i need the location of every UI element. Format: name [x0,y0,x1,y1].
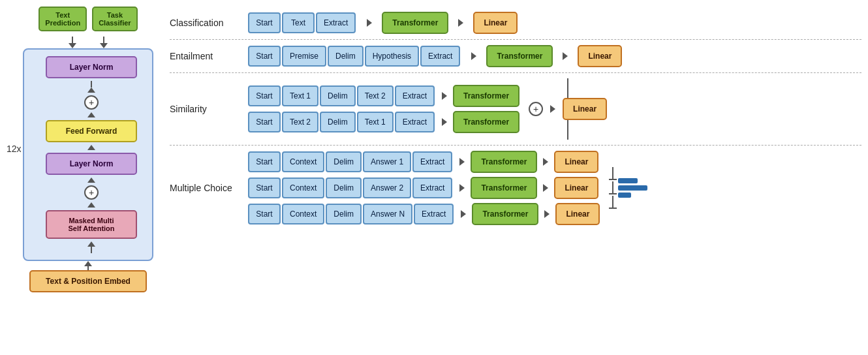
mc3-linear: Linear [555,203,600,225]
layer-norm-bottom: Layer Norm [46,153,137,175]
bottom-arrow-area [84,261,92,270]
transformer-block: Layer Norm + Feed Forward [23,48,153,261]
classification-label: Classification [170,18,241,28]
ent-start: Start [248,46,281,67]
mc1-answer1: Answer 1 [363,151,411,172]
ent-delim: Delim [328,46,364,67]
mc1-arrow [459,158,465,166]
vline3 [87,178,95,183]
entailment-section: Entailment Start Premise Delim Hypothesi… [170,40,861,73]
sim-combine: + Linear [529,78,607,140]
sim1-transformer: Transformer [453,85,519,107]
main-container: 12x TextPrediction TaskClassifier [0,0,868,355]
plus-row-top: + [37,95,146,110]
embed-box: Text & Position Embed [29,270,147,292]
layer-norm-top: Layer Norm [46,56,137,78]
mc-row: Multiple Choice Start Context Delim Answ… [170,151,861,225]
vline2 [87,145,95,150]
cls-arrow1 [367,19,372,27]
bar3 [618,193,631,198]
mc2-delim: Delim [326,178,362,198]
sim1-extract: Extract [395,85,435,106]
sim-row1: Start Text 1 Delim Text 2 Extract Transf… [248,85,519,107]
plus-circle-bottom: + [84,185,99,200]
ent-hypothesis: Hypothesis [365,46,419,67]
similarity-label: Similarity [170,104,241,114]
mc3-transformer: Transformer [472,203,538,225]
cls-arrow2 [458,19,463,27]
sim1-inputs: Start Text 1 Delim Text 2 Extract [248,85,436,106]
sim2-transformer: Transformer [453,111,519,133]
task-classifier-box: TaskClassifier [92,7,138,31]
mc3-context: Context [282,204,324,224]
sim2-inputs: Start Text 2 Delim Text 1 Extract [248,112,436,132]
mc1-inputs: Start Context Delim Answer 1 Extract [248,151,454,172]
mc2-inputs: Start Context Delim Answer 2 Extract [248,178,454,198]
similarity-section: Similarity Start Text 1 Delim Text 2 Ext… [170,73,861,146]
mc3-answern: Answer N [363,204,412,224]
mc1-linear: Linear [554,151,598,173]
mc1-start: Start [248,151,281,172]
classification-section: Classification Start Text Extract Transf… [170,7,861,40]
mc3-arrow2 [544,210,550,218]
sim2-arrow [442,118,447,126]
sim-plus-arrow [550,105,555,113]
vline1 [87,112,95,117]
sim2-text1: Text 1 [357,112,394,132]
block-inner: Layer Norm + Feed Forward [37,56,146,253]
classification-row: Classification Start Text Extract Transf… [170,12,861,34]
mc2-extract: Extract [412,178,452,198]
softmax-bars [618,178,647,198]
sim1-start: Start [248,85,281,106]
ent-premise: Premise [282,46,326,67]
sim1-text1: Text 1 [282,85,318,106]
mc1-extract: Extract [412,151,452,172]
softmax-area [609,167,647,209]
text-prediction-box: TextPrediction [39,7,87,31]
sim2-start: Start [248,112,281,132]
ent-linear: Linear [578,45,622,67]
sim-plus: + [529,102,543,116]
mc-inputs-col: Start Context Delim Answer 1 Extract Tra… [248,151,600,225]
feed-forward-box: Feed Forward [46,120,137,142]
sim1-text2: Text 2 [357,85,394,106]
sim2-extract: Extract [395,112,435,132]
mc-label: Multiple Choice [170,183,241,193]
plus-circle-top: + [84,95,99,110]
mc3-start: Start [248,204,281,224]
top-arrow-area [69,37,108,48]
mc-row2: Start Context Delim Answer 2 Extract Tra… [248,177,600,199]
mc2-answer2: Answer 2 [363,178,411,198]
mc1-context: Context [282,151,324,172]
ent-arrow1 [471,52,476,60]
mc2-context: Context [282,178,324,198]
mc1-transformer: Transformer [471,151,537,173]
mc1-delim: Delim [326,151,362,172]
vline5 [87,241,95,253]
right-panel: Classification Start Text Extract Transf… [170,7,861,352]
mc2-transformer: Transformer [471,177,537,199]
mc3-inputs: Start Context Delim Answer N Extract [248,204,455,224]
sim2-delim: Delim [320,112,356,132]
mc3-extract: Extract [414,204,454,224]
sim2-text2: Text 2 [282,112,318,132]
similarity-row: Similarity Start Text 1 Delim Text 2 Ext… [170,78,861,140]
cls-text: Text [282,12,315,33]
vline4 [87,202,95,208]
mc2-arrow [459,184,465,192]
entailment-label: Entailment [170,51,241,61]
similarity-inputs-col: Start Text 1 Delim Text 2 Extract Transf… [248,85,519,133]
left-panel: 12x TextPrediction TaskClassifier [7,7,157,352]
sim1-delim: Delim [320,85,356,106]
mc-row1: Start Context Delim Answer 1 Extract Tra… [248,151,600,173]
cls-transformer: Transformer [382,12,448,34]
sim-linear: Linear [563,98,607,120]
sim1-arrow [442,92,447,100]
mc3-delim: Delim [326,204,362,224]
bar2 [618,185,647,191]
classification-inputs: Start Text Extract [248,12,357,33]
sim-row2: Start Text 2 Delim Text 1 Extract Transf… [248,111,519,133]
bar1 [618,178,638,183]
label-12x: 12x [7,144,22,154]
mc1-arrow2 [543,158,548,166]
